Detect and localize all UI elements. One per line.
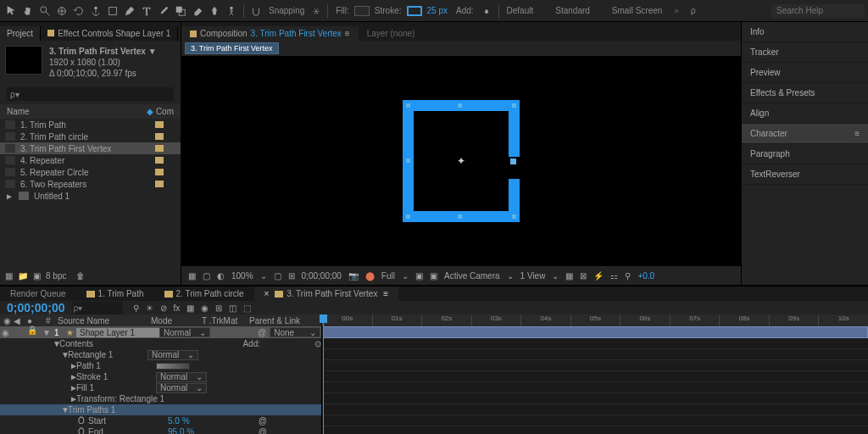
time-display[interactable]: 0;00;00;00	[302, 271, 342, 281]
project-item[interactable]: 2. Trim Path circle	[0, 131, 181, 142]
folder-expand-icon[interactable]: ►	[5, 192, 14, 201]
project-item[interactable]: 4. Repeater	[0, 154, 181, 166]
type-column[interactable]: Com	[156, 107, 174, 116]
stopwatch-icon[interactable]: Ö	[78, 416, 88, 426]
grid-icon[interactable]: ▢	[203, 271, 210, 281]
parent-dropdown[interactable]: None⌄	[270, 327, 320, 337]
workspace-overflow-icon[interactable]: »	[674, 6, 679, 15]
workspace-standard[interactable]: Standard	[555, 6, 590, 15]
vertex-handle[interactable]	[512, 103, 516, 108]
puppet-tool-icon[interactable]	[224, 3, 239, 19]
motion-blur-icon[interactable]: ◉	[201, 303, 209, 313]
draft3d-icon[interactable]: ◫	[229, 303, 236, 313]
textreverser-panel[interactable]: TextReverser	[742, 164, 868, 185]
fx-icon[interactable]: fx	[174, 303, 181, 313]
graph-editor-icon[interactable]: ⊞	[215, 303, 222, 313]
project-search-input[interactable]	[7, 87, 174, 101]
first-vertex-handle[interactable]	[510, 159, 516, 164]
trash-icon[interactable]: 🗑	[76, 271, 85, 281]
project-item[interactable]: ►Untitled 1	[0, 190, 181, 202]
visibility-toggle[interactable]: ◉	[0, 328, 10, 337]
snap-icon[interactable]	[248, 3, 264, 19]
blend-mode-dropdown[interactable]: Normal⌄	[159, 327, 210, 337]
stopwatch-icon[interactable]: Ö	[78, 427, 88, 434]
interpret-icon[interactable]: ▦	[5, 271, 13, 281]
snapping-label[interactable]: Snapping	[269, 6, 304, 15]
collapse-icon[interactable]: ☀	[146, 303, 153, 313]
comp-dropdown-icon[interactable]: ▼	[148, 47, 157, 56]
render-queue-tab[interactable]: Render Queue	[0, 287, 76, 301]
timeline-search-input[interactable]	[72, 302, 123, 314]
quality-icon[interactable]: ⊘	[160, 303, 167, 313]
bpc-label[interactable]: 8 bpc	[46, 271, 66, 281]
project-item[interactable]: 5. Repeater Circle	[0, 166, 181, 178]
shape-group-row[interactable]: ▼Rectangle 1Normal⌄	[0, 349, 321, 360]
fast-preview-icon[interactable]: ⚡	[593, 271, 604, 281]
vertex-handle[interactable]	[406, 214, 410, 219]
add-shape-icon[interactable]: ⊙	[314, 339, 321, 348]
vertex-handle[interactable]	[458, 103, 462, 108]
comp-thumbnail[interactable]	[5, 46, 42, 75]
effects-presets-panel[interactable]: Effects & Presets	[742, 83, 868, 103]
tracker-panel[interactable]: Tracker	[742, 42, 868, 63]
search-icon[interactable]: ρ	[691, 6, 696, 15]
timeline-tab[interactable]: × 3. Trim Path First Vertex ≡	[254, 287, 399, 301]
flowchart-icon[interactable]: ⚲	[625, 271, 631, 281]
tag-icon[interactable]: ◆	[147, 107, 153, 116]
hand-tool-icon[interactable]	[20, 3, 36, 19]
mode-column[interactable]: Mode	[147, 316, 198, 325]
project-tab[interactable]: Project	[0, 26, 41, 41]
expression-pickwhip-icon[interactable]: @	[259, 427, 267, 434]
composition-viewport[interactable]: ✦	[181, 56, 741, 266]
add-menu-icon[interactable]	[479, 3, 494, 19]
end-value[interactable]: 95.0 %	[168, 427, 194, 434]
draft3d-icon[interactable]: ▣	[430, 271, 437, 281]
current-timecode[interactable]: 0;00;00;00	[7, 301, 65, 314]
trim-end-row[interactable]: ÖEnd95.0 %@	[0, 426, 321, 434]
timeline-icon[interactable]: ⚏	[610, 271, 618, 281]
snap-chevron[interactable]: ⚹	[313, 6, 320, 16]
expand-layer-icon[interactable]: ▼	[42, 328, 54, 337]
resolution-icon[interactable]: ▢	[274, 271, 281, 281]
fill-mode-dropdown[interactable]: Normal⌄	[156, 383, 207, 393]
effect-controls-tab[interactable]: Effect Controls Shape Layer 1	[41, 26, 178, 41]
zoom-value[interactable]: 100%	[231, 271, 253, 281]
rectangle-shape[interactable]: ✦	[403, 100, 520, 222]
view-options-icon[interactable]: ▦	[565, 271, 573, 281]
layer-row[interactable]: ◉ ▼ 1 ★ Shape Layer 1 Normal⌄ @ None⌄	[0, 326, 321, 338]
workspace-default[interactable]: Default	[507, 6, 534, 15]
vertex-handle[interactable]	[406, 103, 410, 108]
orbit-tool-icon[interactable]	[54, 3, 70, 19]
trkmat-column[interactable]: T .TrkMat	[198, 316, 246, 325]
layer-name[interactable]: Shape Layer 1	[76, 328, 159, 337]
exposure-value[interactable]: +0.0	[637, 271, 654, 281]
frame-blend-icon[interactable]: ▦	[186, 303, 194, 313]
start-value[interactable]: 5.0 %	[168, 416, 190, 426]
vertex-handle[interactable]	[406, 159, 410, 163]
composition-tab[interactable]: Composition 3. Trim Path First Vertex ≡	[181, 26, 359, 41]
rotate-tool-icon[interactable]	[71, 3, 86, 19]
3d-icon[interactable]: ⬚	[243, 303, 251, 313]
comp-new-icon[interactable]: ▣	[33, 271, 41, 281]
vertex-handle[interactable]	[512, 214, 516, 219]
contents-row[interactable]: ▼ContentsAdd:⊙	[0, 338, 321, 349]
alpha-icon[interactable]: ▦	[188, 271, 196, 281]
project-item[interactable]: 1. Trim Path	[0, 119, 181, 131]
views-dropdown[interactable]: 1 View	[520, 271, 546, 281]
workspace-small[interactable]: Small Screen	[612, 6, 662, 15]
align-panel[interactable]: Align	[742, 103, 868, 124]
time-ruler[interactable]: 00s 01s 02s 03s 04s 05s 06s 07s 08s 09s …	[322, 314, 868, 326]
folder-new-icon[interactable]: 📁	[18, 271, 28, 281]
channel-icon[interactable]: ⬤	[365, 271, 375, 281]
source-column[interactable]: Source Name	[54, 316, 147, 325]
camera-dropdown[interactable]: Active Camera	[444, 271, 500, 281]
zoom-tool-icon[interactable]	[37, 3, 53, 19]
selection-tool-icon[interactable]	[3, 3, 19, 19]
character-panel[interactable]: Character≡	[742, 124, 868, 144]
brush-tool-icon[interactable]	[156, 3, 171, 19]
clone-tool-icon[interactable]	[173, 3, 188, 19]
mask-icon[interactable]: ◐	[217, 271, 225, 281]
timeline-tracks[interactable]: 00s 01s 02s 03s 04s 05s 06s 07s 08s 09s …	[322, 314, 868, 434]
help-search-input[interactable]	[771, 4, 865, 18]
layer-color-icon[interactable]: ★	[66, 328, 76, 337]
